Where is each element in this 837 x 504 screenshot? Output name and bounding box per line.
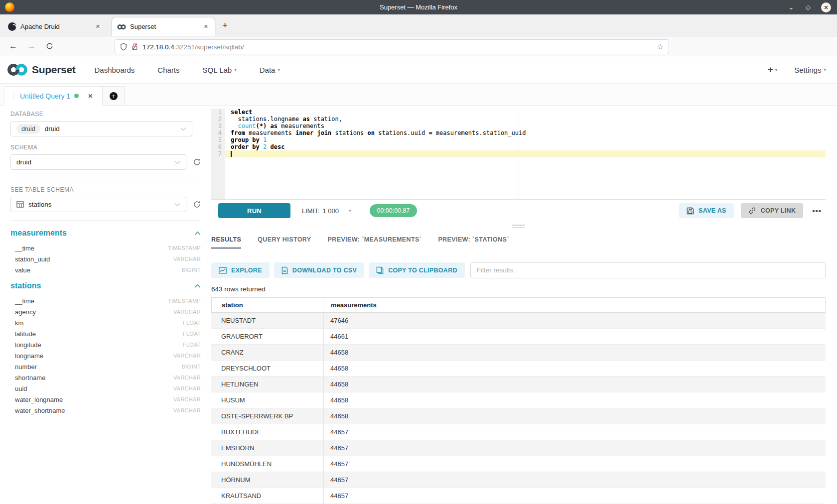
query-tab-untitled[interactable]: ⋮ Untitled Query 1 ✕	[4, 86, 103, 106]
column-type: VARCHAR	[173, 375, 201, 380]
database-select[interactable]: druid druid	[10, 121, 192, 136]
screen: Superset — Mozilla Firefox ⌄ ◇ ✕ Apache …	[0, 0, 837, 504]
table-row: EMSHÖRN44657	[211, 440, 826, 456]
table-row: DREYSCHLOOT44658	[211, 361, 826, 377]
column-header-station[interactable]: station	[212, 301, 324, 309]
results-tab-3[interactable]: PREVIEW: `STATIONS`	[438, 236, 509, 249]
sql-editor[interactable]: 1select2 stations.longname as station,3 …	[211, 109, 826, 200]
column-type: BIGINT	[182, 267, 201, 273]
new-tab-button[interactable]: +	[222, 20, 228, 30]
results-tab-2[interactable]: PREVIEW: `MEASUREMENTS`	[328, 236, 422, 249]
refresh-schema-icon[interactable]	[193, 158, 201, 166]
explore-button[interactable]: EXPLORE	[211, 262, 270, 278]
cell-measurements: 44657	[330, 492, 348, 500]
more-options-icon[interactable]: •••	[812, 207, 822, 215]
limit-label: LIMIT:	[302, 207, 319, 215]
browser-tab-apache-druid[interactable]: Apache Druid ✕	[3, 17, 107, 36]
bookmark-star-icon[interactable]: ☆	[657, 42, 664, 51]
results-actions: EXPLOREDOWNLOAD TO CSVCOPY TO CLIPBOARD	[211, 262, 826, 278]
cell-station: KRAUTSAND	[211, 492, 323, 500]
table-row: OSTE-SPERRWERK BP44658	[211, 408, 826, 424]
column-header-measurements[interactable]: measurements	[324, 298, 825, 312]
database-type-pill: druid	[16, 124, 40, 134]
reload-button[interactable]	[46, 42, 53, 50]
column-type: VARCHAR	[173, 309, 201, 315]
cell-measurements: 44657	[330, 428, 348, 436]
column-name: longname	[15, 352, 173, 360]
url-text[interactable]: 172.18.0.4:32251/superset/sqllab/	[142, 43, 653, 51]
column-type: FLOAT	[183, 320, 201, 326]
editor-line: 4from measurements inner join stations o…	[211, 129, 826, 136]
column-type: VARCHAR	[173, 385, 201, 391]
column-type: FLOAT	[183, 331, 201, 337]
window-minimize-icon[interactable]: ⌄	[787, 3, 795, 11]
cell-measurements: 44657	[330, 460, 348, 468]
column-row: numberBIGINT	[10, 361, 201, 372]
column-type: TIMESTAMP	[168, 298, 201, 304]
collapse-chevron-icon[interactable]	[194, 231, 201, 236]
line-number: 5	[211, 136, 225, 143]
copy-to-clipboard-button[interactable]: COPY TO CLIPBOARD	[369, 262, 465, 278]
nav-charts[interactable]: Charts	[157, 66, 179, 74]
results-tab-1[interactable]: QUERY HISTORY	[258, 236, 311, 249]
filter-results-input[interactable]	[470, 262, 826, 278]
nav-data[interactable]: Data▾	[260, 66, 280, 74]
superset-infinity-icon	[7, 63, 28, 76]
limit-dropdown[interactable]: LIMIT: 1 000 ▾	[302, 207, 351, 215]
tab-close-icon[interactable]: ✕	[202, 23, 210, 30]
drag-handle-icon[interactable]: ⋮	[10, 92, 16, 100]
column-type: VARCHAR	[173, 407, 201, 413]
results-tabbar: RESULTSQUERY HISTORYPREVIEW: `MEASUREMEN…	[211, 231, 826, 249]
column-name: uuid	[15, 385, 173, 392]
cell-measurements: 44658	[330, 365, 348, 372]
save-as-button[interactable]: SAVE AS	[679, 203, 734, 218]
cell-measurements: 44658	[330, 349, 348, 356]
cell-measurements-wrap: 44657	[323, 424, 826, 440]
add-query-tab-button[interactable]: +	[103, 86, 125, 105]
column-name: station_uuid	[15, 255, 173, 263]
panel-resize-handle[interactable]	[211, 222, 826, 231]
shield-icon[interactable]	[120, 43, 127, 51]
plus-circle-icon: +	[110, 92, 118, 100]
table-schema-measurements: measurements__timeTIMESTAMPstation_uuidV…	[10, 229, 201, 275]
query-tab-close-icon[interactable]: ✕	[88, 93, 93, 100]
file-csv-icon	[281, 266, 288, 274]
column-type: FLOAT	[183, 342, 201, 348]
forward-button[interactable]: →	[27, 41, 36, 51]
superset-navbar: Superset Dashboards Charts SQL Lab▾ Data…	[0, 56, 837, 84]
settings-menu[interactable]: Settings▾	[794, 66, 826, 74]
column-row: uuidVARCHAR	[10, 383, 201, 394]
insecure-lock-icon[interactable]	[132, 43, 138, 51]
back-button[interactable]: ←	[9, 41, 17, 51]
nav-sql-lab[interactable]: SQL Lab▾	[203, 66, 237, 74]
link-icon	[748, 207, 756, 215]
browser-tab-superset[interactable]: Superset ✕	[112, 17, 215, 36]
run-button[interactable]: RUN	[218, 203, 290, 218]
window-close-icon[interactable]: ✕	[821, 2, 831, 12]
action-label: DOWNLOAD TO CSV	[292, 267, 357, 274]
refresh-table-icon[interactable]	[193, 200, 201, 209]
results-tab-results[interactable]: RESULTS	[211, 236, 241, 249]
superset-logo[interactable]: Superset	[7, 63, 75, 76]
tab-close-icon[interactable]: ✕	[94, 23, 102, 30]
table-schema-select[interactable]: stations	[10, 197, 186, 212]
add-new-button[interactable]: +▾	[768, 64, 778, 75]
download-csv-button[interactable]: DOWNLOAD TO CSV	[274, 262, 364, 278]
table-schema-header[interactable]: measurements	[10, 229, 201, 238]
query-tab-title: Untitled Query 1	[20, 92, 70, 100]
schema-select[interactable]: druid	[10, 154, 186, 170]
table-row: HETLINGEN44658	[211, 377, 826, 392]
table-schema-header[interactable]: stations	[10, 281, 201, 290]
column-row: valueBIGINT	[10, 264, 201, 275]
url-path: :32251/superset/sqllab/	[174, 43, 244, 51]
copy-link-button[interactable]: COPY LINK	[741, 203, 804, 218]
window-maximize-icon[interactable]: ◇	[804, 3, 812, 11]
collapse-chevron-icon[interactable]	[194, 284, 201, 288]
window-title: Superset — Mozilla Firefox	[0, 3, 837, 11]
window-titlebar: Superset — Mozilla Firefox ⌄ ◇ ✕	[0, 0, 837, 14]
url-field[interactable]: 172.18.0.4:32251/superset/sqllab/ ☆	[115, 39, 669, 54]
column-name: number	[15, 363, 182, 371]
table-icon	[16, 201, 24, 208]
cell-measurements: 44657	[330, 444, 348, 452]
nav-dashboards[interactable]: Dashboards	[94, 66, 135, 74]
